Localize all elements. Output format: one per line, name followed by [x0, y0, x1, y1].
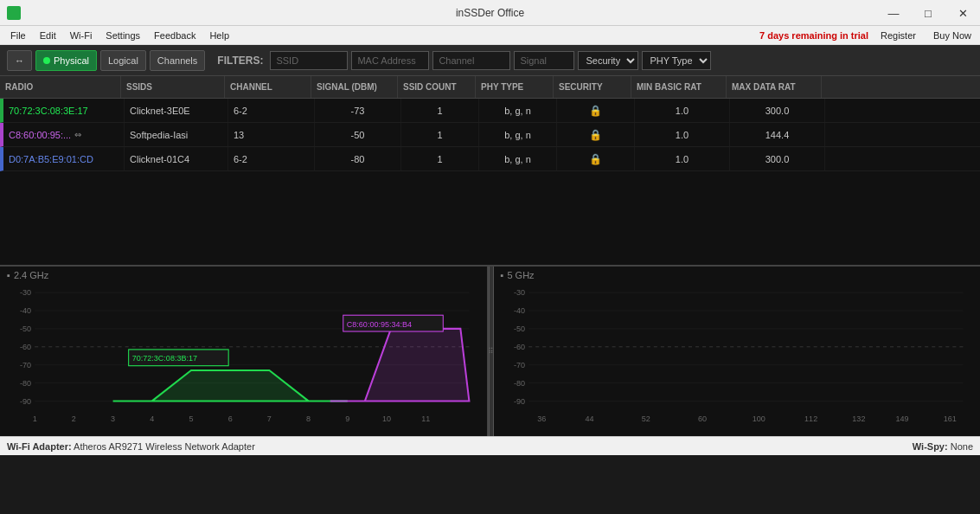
svg-text:100: 100 — [752, 414, 765, 423]
svg-text:1: 1 — [33, 414, 37, 423]
minimize-button[interactable]: — — [876, 0, 911, 26]
td-ssid-count: 1 — [401, 147, 479, 170]
th-radio[interactable]: RADIO — [0, 76, 121, 98]
svg-text:-80: -80 — [20, 379, 31, 388]
td-min-basic: 1.0 — [635, 123, 730, 146]
td-security: 🔒 — [557, 123, 635, 146]
svg-text:9: 9 — [345, 414, 349, 423]
svg-text:132: 132 — [852, 414, 865, 423]
menu-edit[interactable]: Edit — [33, 29, 63, 42]
menu-items: File Edit Wi-Fi Settings Feedback Help — [3, 29, 236, 42]
wispy-label: Wi-Spy: — [913, 441, 948, 452]
th-signal[interactable]: SIGNAL (dBm) — [311, 76, 398, 98]
svg-text:10: 10 — [382, 414, 391, 423]
th-ssid-count[interactable]: SSID COUNT — [398, 76, 476, 98]
svg-text:-60: -60 — [514, 343, 525, 351]
th-ssids[interactable]: SSIDS — [121, 76, 225, 98]
menu-help[interactable]: Help — [202, 29, 236, 42]
chart-right-icon: ▪ — [501, 270, 504, 280]
svg-text:3: 3 — [111, 414, 115, 423]
adapter-label: Wi-Fi Adapter: — [7, 441, 72, 452]
td-radio: 70:72:3C:08:3E:17 — [3, 99, 125, 122]
svg-text:60: 60 — [698, 414, 707, 423]
chart-left-svg: -30 -40 -50 -60 -70 -80 -90 70:72:3C:08:… — [0, 270, 487, 433]
ssid-filter[interactable] — [270, 51, 348, 70]
td-signal: -80 — [315, 147, 401, 170]
chart-right: ▪ 5 GHz -30 -40 -50 -60 -70 -80 -90 36 4… — [494, 267, 981, 436]
status-wispy: Wi-Spy: None — [913, 441, 973, 452]
channels-label: Channels — [157, 55, 197, 66]
svg-text:-30: -30 — [20, 288, 31, 297]
logical-label: Logical — [108, 55, 138, 66]
trial-label: days remaining in trial — [767, 30, 868, 41]
back-button[interactable]: ↔ — [7, 50, 32, 71]
status-adapter: Wi-Fi Adapter: Atheros AR9271 Wireless N… — [7, 441, 255, 452]
svg-text:-40: -40 — [514, 306, 525, 315]
trial-text: 7 days remaining in trial — [759, 30, 868, 41]
table-row[interactable]: D0:7A:B5:E9:01:CD Clicknet-01C4 6-2 -80 … — [0, 147, 980, 171]
menu-settings[interactable]: Settings — [99, 29, 147, 42]
td-ssid-count: 1 — [401, 123, 479, 146]
close-button[interactable]: ✕ — [945, 0, 980, 26]
adapter-value: Atheros AR9271 Wireless Network Adapter — [74, 441, 255, 452]
chart-left-title: ▪ 2.4 GHz — [7, 270, 48, 280]
svg-text:5: 5 — [189, 414, 193, 423]
menu-bar: File Edit Wi-Fi Settings Feedback Help 7… — [0, 26, 980, 45]
table-row[interactable]: 70:72:3C:08:3E:17 Clicknet-3E0E 6-2 -73 … — [0, 99, 980, 123]
svg-text:112: 112 — [804, 414, 817, 423]
buy-button[interactable]: Buy Now — [928, 29, 977, 42]
maximize-button[interactable]: □ — [911, 0, 945, 26]
svg-text:52: 52 — [641, 414, 650, 423]
th-security[interactable]: SECURITY — [554, 76, 631, 98]
active-dot — [43, 57, 50, 64]
svg-text:C8:60:00:95:34:B4: C8:60:00:95:34:B4 — [347, 320, 412, 329]
toolbar: ↔ Physical Logical Channels FILTERS: Sec… — [0, 45, 980, 76]
td-ssids: Clicknet-3E0E — [125, 99, 228, 122]
th-phy-type[interactable]: PHY TYPE — [476, 76, 554, 98]
td-radio: D0:7A:B5:E9:01:CD — [3, 147, 125, 170]
svg-text:11: 11 — [421, 414, 430, 423]
svg-text:-70: -70 — [514, 361, 525, 369]
mac-filter[interactable] — [351, 51, 429, 70]
status-bar: Wi-Fi Adapter: Atheros AR9271 Wireless N… — [0, 436, 980, 455]
td-channel: 6-2 — [228, 99, 315, 122]
table-row[interactable]: C8:60:00:95:... ⇔ Softpedia-Iasi 13 -50 … — [0, 123, 980, 147]
svg-text:-90: -90 — [20, 396, 31, 405]
logical-button[interactable]: Logical — [100, 50, 146, 71]
svg-text:44: 44 — [585, 414, 593, 423]
th-min-basic[interactable]: MIN BASIC RAT — [631, 76, 727, 98]
menu-wifi[interactable]: Wi-Fi — [63, 29, 99, 42]
td-signal: -50 — [315, 123, 401, 146]
chart-right-label: 5 GHz — [507, 270, 534, 280]
app-icon — [7, 6, 21, 20]
menu-file[interactable]: File — [3, 29, 33, 42]
trial-info: 7 days remaining in trial Register Buy N… — [759, 29, 977, 42]
svg-text:-70: -70 — [20, 361, 31, 369]
svg-text:70:72:3C:08:3B:17: 70:72:3C:08:3B:17 — [132, 354, 197, 363]
td-phy-type: b, g, n — [479, 123, 557, 146]
menu-feedback[interactable]: Feedback — [147, 29, 202, 42]
register-button[interactable]: Register — [875, 29, 921, 42]
chart-left-icon: ▪ — [7, 270, 10, 280]
channel-filter[interactable] — [432, 51, 510, 70]
td-min-basic: 1.0 — [635, 147, 730, 170]
signal-filter[interactable] — [514, 51, 574, 70]
td-phy-type: b, g, n — [479, 99, 557, 122]
security-filter[interactable]: Security — [578, 51, 638, 70]
phy-type-filter[interactable]: PHY Type — [642, 51, 711, 70]
svg-text:-80: -80 — [514, 379, 525, 388]
th-channel[interactable]: CHANNEL — [225, 76, 311, 98]
td-channel: 6-2 — [228, 147, 315, 170]
svg-text:149: 149 — [895, 414, 908, 423]
svg-text:-90: -90 — [514, 396, 525, 405]
svg-text:-40: -40 — [20, 306, 31, 315]
chart-area: ▪ 2.4 GHz -30 -40 -50 -60 -70 -80 -90 — [0, 267, 980, 436]
channels-button[interactable]: Channels — [150, 50, 205, 71]
wispy-value: None — [951, 441, 973, 452]
svg-text:-50: -50 — [514, 324, 525, 333]
physical-button[interactable]: Physical — [35, 50, 97, 71]
trial-days: 7 — [759, 30, 765, 41]
window-title: inSSDer Office — [456, 7, 524, 19]
th-max-data[interactable]: MAX DATA RAT — [727, 76, 822, 98]
td-security: 🔒 — [557, 147, 635, 170]
